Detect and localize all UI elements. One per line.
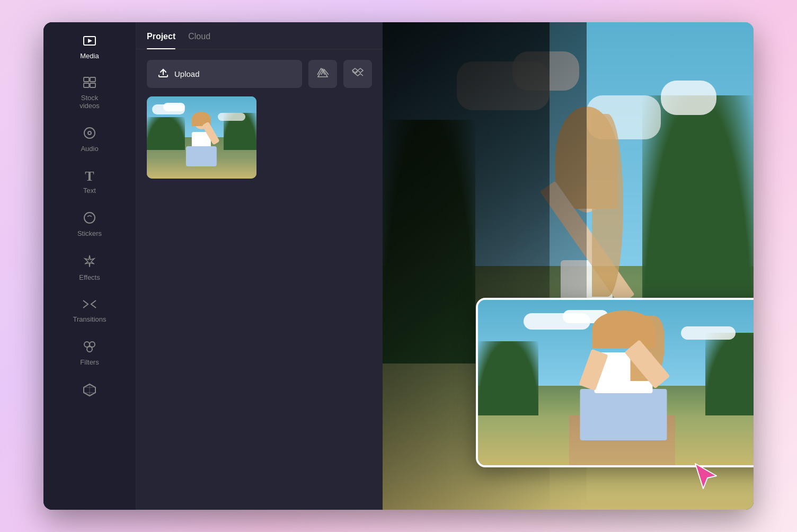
tab-project[interactable]: Project	[147, 32, 175, 49]
sidebar-item-stickers-label: Stickers	[77, 229, 102, 237]
sidebar-item-stock-label: Stockvideos	[79, 94, 100, 110]
sidebar-item-transitions-label: Transitions	[73, 315, 106, 323]
sidebar-item-effects[interactable]: Effects	[43, 247, 136, 289]
media-grid	[147, 96, 372, 179]
svg-point-6	[84, 128, 95, 138]
tab-cloud[interactable]: Cloud	[188, 32, 210, 49]
transitions-icon	[83, 298, 96, 312]
sidebar-item-stickers[interactable]: Stickers	[43, 204, 136, 245]
panel-body: Upload	[136, 49, 383, 189]
upload-area: Upload	[147, 60, 372, 88]
cursor-arrow	[693, 461, 724, 495]
sidebar-item-filters[interactable]: Filters	[43, 333, 136, 374]
sidebar-item-stock-videos[interactable]: Stockvideos	[43, 69, 136, 117]
upload-button[interactable]: Upload	[147, 60, 302, 88]
sidebar-item-3d[interactable]	[43, 376, 136, 406]
svg-point-7	[88, 131, 91, 135]
svg-marker-1	[88, 39, 92, 43]
media-panel: Project Cloud Upload	[136, 22, 383, 510]
dropbox-button[interactable]	[343, 60, 372, 88]
thumbnail-image	[147, 96, 256, 179]
upload-icon	[157, 67, 169, 81]
sidebar-item-transitions[interactable]: Transitions	[43, 291, 136, 331]
media-thumbnail[interactable]	[147, 96, 256, 179]
upload-button-label: Upload	[174, 69, 200, 78]
sidebar-item-media-label: Media	[80, 52, 99, 60]
svg-rect-5	[90, 83, 95, 87]
svg-rect-2	[84, 77, 89, 82]
3d-icon	[83, 383, 96, 399]
sidebar-item-effects-label: Effects	[79, 273, 100, 281]
svg-rect-4	[84, 83, 89, 87]
floating-preview-card	[476, 298, 754, 467]
text-icon: T	[85, 170, 94, 183]
sidebar-item-audio-label: Audio	[81, 145, 98, 153]
svg-rect-3	[90, 77, 95, 82]
google-drive-button[interactable]	[308, 60, 337, 88]
audio-icon	[83, 127, 96, 141]
svg-point-8	[84, 212, 95, 223]
sidebar-item-audio[interactable]: Audio	[43, 119, 136, 160]
sidebar-item-media[interactable]: Media	[43, 29, 136, 67]
stickers-icon	[83, 211, 96, 226]
media-icon	[83, 36, 96, 49]
sidebar-item-filters-label: Filters	[80, 358, 99, 366]
stock-videos-icon	[83, 77, 96, 91]
sidebar: Media Stockvideos Audio	[43, 22, 136, 510]
floating-card-image	[478, 300, 754, 465]
preview-area	[383, 22, 754, 510]
filters-icon	[83, 340, 96, 355]
svg-point-11	[87, 347, 92, 352]
panel-tabs: Project Cloud	[136, 22, 383, 49]
sidebar-item-text[interactable]: T Text	[43, 162, 136, 202]
app-container: Media Stockvideos Audio	[43, 22, 754, 510]
effects-icon	[83, 254, 96, 270]
sidebar-item-text-label: Text	[83, 187, 96, 194]
